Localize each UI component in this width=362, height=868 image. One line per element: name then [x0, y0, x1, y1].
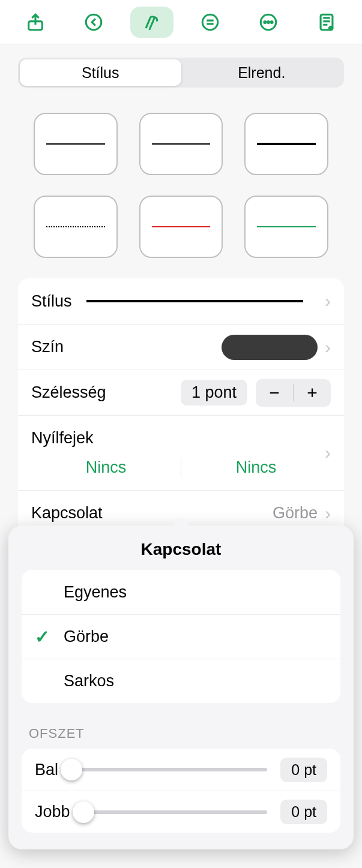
- line-presets: [0, 88, 362, 278]
- format-button[interactable]: [130, 7, 173, 38]
- width-value[interactable]: 1 pont: [181, 380, 247, 406]
- width-label: Szélesség: [31, 383, 106, 402]
- offset-card: Bal 0 pt Jobb 0 pt: [22, 749, 340, 833]
- preset-medium[interactable]: [139, 113, 223, 175]
- option-straight[interactable]: Egyenes: [22, 570, 340, 614]
- offset-right-row: Jobb 0 pt: [22, 791, 340, 833]
- offset-left-row: Bal 0 pt: [22, 749, 340, 791]
- width-minus-button[interactable]: −: [256, 379, 293, 407]
- chevron-right-icon: ›: [325, 291, 331, 311]
- segmented-wrap: Stílus Elrend.: [0, 44, 362, 88]
- check-icon: ✓: [35, 626, 50, 647]
- svg-point-6: [271, 21, 273, 23]
- settings-card: Stílus › Szín › Szélesség 1 pont − + Nyí…: [18, 278, 344, 536]
- width-plus-button[interactable]: +: [294, 379, 331, 407]
- svg-point-2: [202, 14, 218, 30]
- undo-button[interactable]: [72, 7, 115, 38]
- offset-left-label: Bal: [35, 761, 58, 779]
- more-button[interactable]: [247, 7, 290, 38]
- tab-arrange[interactable]: Elrend.: [181, 59, 343, 86]
- connection-popover: Kapcsolat Egyenes ✓ Görbe Sarkos OFSZET …: [8, 525, 354, 849]
- chevron-right-icon: ›: [325, 337, 331, 358]
- option-label: Sarkos: [64, 672, 114, 690]
- width-stepper: − +: [256, 379, 331, 407]
- connection-options: Egyenes ✓ Görbe Sarkos: [22, 570, 340, 703]
- connection-label: Kapcsolat: [31, 504, 103, 522]
- popover-arrow: [172, 517, 191, 527]
- style-preview: [86, 300, 303, 302]
- color-swatch: [222, 335, 318, 360]
- tabs-segmented: Stílus Elrend.: [18, 58, 344, 88]
- row-color[interactable]: Szín ›: [18, 324, 344, 370]
- slider-knob[interactable]: [61, 759, 82, 780]
- row-style[interactable]: Stílus ›: [18, 278, 344, 324]
- option-corner[interactable]: Sarkos: [22, 659, 340, 703]
- connection-value: Görbe: [273, 504, 318, 522]
- option-label: Görbe: [64, 627, 109, 646]
- svg-point-1: [86, 14, 101, 30]
- option-label: Egyenes: [64, 583, 127, 602]
- offset-section-title: OFSZET: [29, 726, 333, 741]
- svg-point-4: [264, 21, 266, 23]
- offset-right-slider[interactable]: [83, 810, 268, 814]
- chevron-right-icon: ›: [325, 443, 331, 463]
- view-button[interactable]: [305, 7, 348, 38]
- arrowhead-right: Nincs: [181, 458, 331, 477]
- arrowhead-values: Nincs Nincs: [31, 458, 331, 482]
- svg-point-5: [268, 21, 270, 23]
- style-label: Stílus: [31, 292, 72, 311]
- offset-left-value[interactable]: 0 pt: [280, 758, 327, 782]
- offset-right-label: Jobb: [35, 803, 70, 821]
- offset-left-slider[interactable]: [71, 768, 267, 771]
- toolbar: [0, 0, 362, 44]
- share-button[interactable]: [14, 7, 57, 38]
- offset-right-value[interactable]: 0 pt: [280, 800, 327, 824]
- row-arrowheads[interactable]: Nyílfejek › Nincs Nincs: [18, 415, 344, 490]
- row-width: Szélesség 1 pont − +: [18, 370, 344, 415]
- comment-button[interactable]: [189, 7, 232, 38]
- arrowhead-left: Nincs: [31, 458, 181, 477]
- preset-thin[interactable]: [34, 113, 118, 175]
- option-curve[interactable]: ✓ Görbe: [22, 614, 340, 659]
- preset-red[interactable]: [139, 196, 223, 258]
- color-label: Szín: [31, 338, 64, 356]
- svg-point-8: [328, 25, 334, 31]
- arrowheads-label: Nyílfejek: [31, 416, 331, 447]
- preset-thick[interactable]: [244, 113, 328, 175]
- slider-knob[interactable]: [73, 801, 94, 823]
- chevron-right-icon: ›: [325, 503, 331, 524]
- popover-title: Kapcsolat: [8, 525, 354, 570]
- preset-dotted[interactable]: [34, 196, 118, 258]
- tab-style[interactable]: Stílus: [20, 59, 181, 86]
- preset-green[interactable]: [244, 196, 328, 258]
